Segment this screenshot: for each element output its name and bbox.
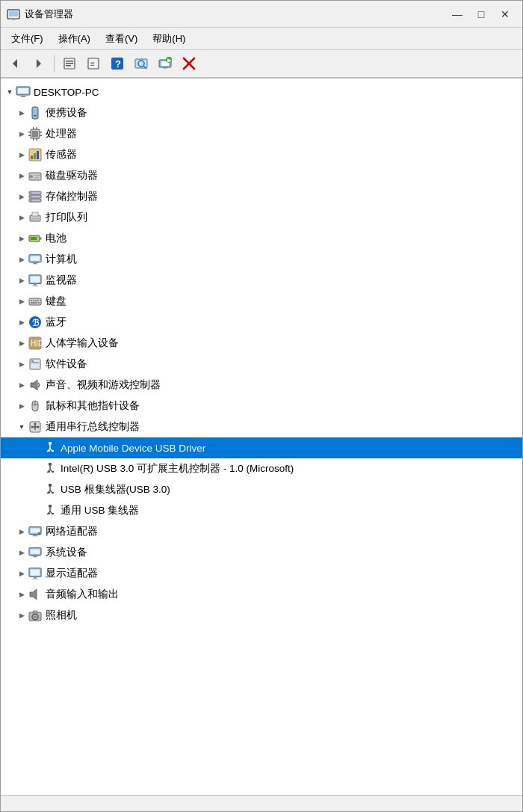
system-icon <box>28 545 43 560</box>
expand-display[interactable]: ▶ <box>16 568 28 579</box>
svg-rect-128 <box>31 570 40 576</box>
software-label: 软件设备 <box>46 357 87 371</box>
tree-computer[interactable]: ▶ 计算机 <box>1 249 522 270</box>
monitor-label: 监视器 <box>46 274 77 287</box>
menu-help[interactable]: 帮助(H) <box>145 29 193 49</box>
portable-label: 便携设备 <box>46 106 87 120</box>
menu-action[interactable]: 操作(A) <box>51 29 98 49</box>
expand-monitor[interactable]: ▶ <box>16 274 28 286</box>
svg-rect-43 <box>37 151 39 159</box>
delete-button[interactable] <box>178 53 200 74</box>
svg-rect-71 <box>33 300 34 301</box>
menu-view[interactable]: 查看(V) <box>98 29 145 49</box>
tree-sensor[interactable]: ▶ 传感器 <box>1 144 522 165</box>
tree-usb-generic-hub[interactable]: ▶ 通用 USB 集线器 <box>1 500 522 521</box>
tree-monitor[interactable]: ▶ 监视器 <box>1 270 522 291</box>
help-button[interactable]: ? <box>106 53 129 74</box>
expand-print[interactable]: ▶ <box>16 212 28 224</box>
expand-camera[interactable]: ▶ <box>16 609 28 621</box>
device-tree[interactable]: ▼ DESKTOP-PC ▶ 便携设备 ▶ <box>1 79 522 795</box>
close-button[interactable]: ✕ <box>494 5 516 23</box>
svg-rect-75 <box>32 302 37 304</box>
menu-file[interactable]: 文件(F) <box>4 29 51 49</box>
tree-network[interactable]: ▶ 网络适配器 <box>1 521 522 542</box>
back-button[interactable] <box>4 53 26 74</box>
svg-rect-122 <box>38 532 41 535</box>
tree-apple-usb[interactable]: ▶ Apple Mobile Device USB Driver <box>1 437 522 458</box>
svg-rect-28 <box>32 107 38 119</box>
tree-portable[interactable]: ▶ 便携设备 <box>1 102 522 123</box>
update-button[interactable]: ≡ <box>82 53 105 74</box>
expand-sensor[interactable]: ▶ <box>16 149 28 161</box>
tree-software[interactable]: ▶ 软件设备 <box>1 354 522 375</box>
svg-rect-39 <box>40 135 42 137</box>
svg-rect-62 <box>31 256 40 261</box>
tree-intel-usb[interactable]: ▶ Intel(R) USB 3.0 可扩展主机控制器 - 1.0 (Micro… <box>1 458 522 479</box>
svg-rect-60 <box>40 238 42 240</box>
expand-software[interactable]: ▶ <box>16 358 28 370</box>
svg-rect-98 <box>52 450 54 452</box>
svg-rect-130 <box>32 579 39 579</box>
computer-warning-button[interactable]: ▶ <box>154 53 176 74</box>
svg-marker-84 <box>31 380 37 390</box>
tree-root[interactable]: ▼ DESKTOP-PC <box>1 81 522 102</box>
keyboard-icon <box>28 294 43 309</box>
app-icon <box>7 7 20 21</box>
expand-audio[interactable]: ▶ <box>16 379 28 391</box>
tree-camera[interactable]: ▶ 照相机 <box>1 605 522 626</box>
hid-icon: HID <box>28 336 43 351</box>
properties-view-button[interactable] <box>58 53 81 74</box>
forward-button[interactable] <box>28 53 50 74</box>
svg-rect-103 <box>48 471 50 473</box>
svg-rect-9 <box>66 65 71 67</box>
svg-rect-64 <box>31 262 40 263</box>
expand-cpu[interactable]: ▶ <box>16 128 28 140</box>
tree-battery[interactable]: ▶ 电池 <box>1 228 522 249</box>
tree-keyboard[interactable]: ▶ 键盘 <box>1 291 522 312</box>
bluetooth-label: 蓝牙 <box>46 316 66 329</box>
expand-hid[interactable]: ▶ <box>16 337 28 349</box>
svg-rect-73 <box>37 300 39 301</box>
tree-display[interactable]: ▶ 显示适配器 <box>1 563 522 584</box>
tree-audio-io[interactable]: ▶ 音频输入和输出 <box>1 584 522 605</box>
disk-label: 磁盘驱动器 <box>46 169 98 182</box>
expand-disk[interactable]: ▶ <box>16 170 28 182</box>
svg-rect-42 <box>34 153 36 159</box>
expand-system[interactable]: ▶ <box>16 547 28 559</box>
expand-storage[interactable]: ▶ <box>16 191 28 203</box>
svg-rect-76 <box>38 302 40 304</box>
tree-hid[interactable]: ▶ HID 人体学输入设备 <box>1 333 522 354</box>
svg-rect-41 <box>31 156 33 159</box>
expand-network[interactable]: ▶ <box>16 526 28 538</box>
expand-mouse[interactable]: ▶ <box>16 400 28 412</box>
tree-cpu[interactable]: ▶ 处理器 <box>1 123 522 144</box>
tree-bluetooth[interactable]: ▶ ℬ 蓝牙 <box>1 312 522 333</box>
expand-portable[interactable]: ▶ <box>16 107 28 119</box>
tree-disk[interactable]: ▶ 磁盘驱动器 <box>1 165 522 186</box>
maximize-button[interactable]: □ <box>470 5 492 23</box>
expand-bluetooth[interactable]: ▶ <box>16 316 28 328</box>
tree-mouse[interactable]: ▶ 鼠标和其他指针设备 <box>1 396 522 416</box>
cpu-label: 处理器 <box>46 127 77 141</box>
expand-keyboard[interactable]: ▶ <box>16 295 28 307</box>
expand-computer[interactable]: ▶ <box>16 253 28 265</box>
expand-usb[interactable]: ▼ <box>16 421 28 433</box>
tree-usb-root-hub[interactable]: ▶ USB 根集线器(USB 3.0) <box>1 479 522 500</box>
expand-arrow-root[interactable]: ▼ <box>4 86 16 98</box>
tree-storage[interactable]: ▶ 存储控制器 <box>1 186 522 207</box>
expand-audio-io[interactable]: ▶ <box>16 588 28 600</box>
svg-rect-47 <box>34 177 39 178</box>
expand-battery[interactable]: ▶ <box>16 233 28 244</box>
tree-audio[interactable]: ▶ 声音、视频和游戏控制器 <box>1 375 522 396</box>
tree-system[interactable]: ▶ 系统设备 <box>1 542 522 563</box>
tree-print[interactable]: ▶ 打印队列 <box>1 207 522 228</box>
tree-usb-controller[interactable]: ▼ 通用串行总线控制器 <box>1 416 522 437</box>
scan-button[interactable] <box>130 53 152 74</box>
svg-rect-19 <box>163 67 167 69</box>
usb-controller-label: 通用串行总线控制器 <box>46 420 140 434</box>
disk-icon <box>28 168 43 183</box>
svg-rect-67 <box>34 284 37 286</box>
system-label: 系统设备 <box>46 546 87 559</box>
usb-root-hub-label: USB 根集线器(USB 3.0) <box>61 483 170 496</box>
minimize-button[interactable]: — <box>446 5 468 23</box>
